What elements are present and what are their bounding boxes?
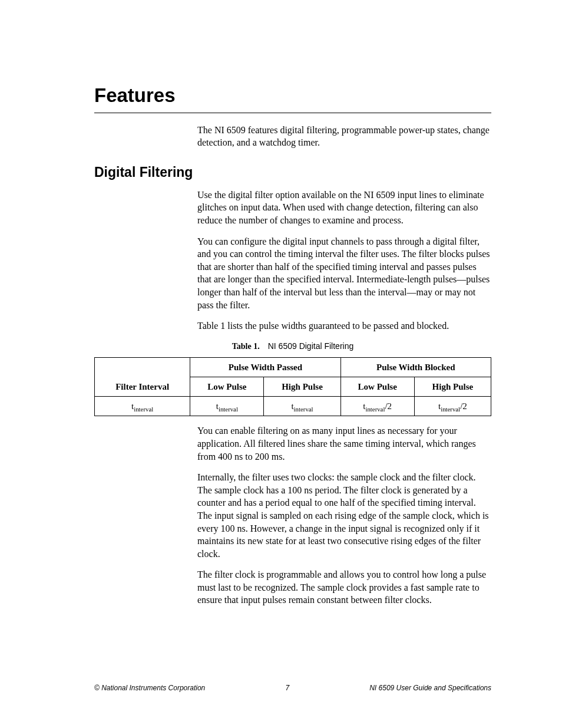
body-paragraph: You can configure the digital input chan… xyxy=(197,235,491,312)
table-caption-text: NI 6509 Digital Filtering xyxy=(268,341,354,351)
body-paragraph: The filter clock is programmable and all… xyxy=(197,568,491,607)
digital-filtering-block-2: You can enable filtering on as many inpu… xyxy=(197,424,491,607)
th-high-pulse: High Pulse xyxy=(264,377,340,396)
td-passed-low: tinterval xyxy=(190,397,264,416)
body-paragraph: Internally, the filter uses two clocks: … xyxy=(197,471,491,560)
table-header-row: Filter Interval Pulse Width Passed Pulse… xyxy=(95,357,491,377)
section-heading-digital-filtering: Digital Filtering xyxy=(94,163,491,182)
table-row: tinterval tinterval tinterval tinterval/… xyxy=(95,397,491,416)
td-passed-high: tinterval xyxy=(264,397,340,416)
digital-filtering-block: Use the digital filter option available … xyxy=(197,189,491,332)
body-paragraph: You can enable filtering on as many inpu… xyxy=(197,424,491,463)
page-heading-features: Features xyxy=(94,83,491,109)
td-filter-interval: tinterval xyxy=(95,397,190,416)
page-footer: © National Instruments Corporation 7 NI … xyxy=(94,683,491,693)
footer-page-number: 7 xyxy=(205,683,369,693)
document-page: Features The NI 6509 features digital fi… xyxy=(0,0,562,728)
body-paragraph: Use the digital filter option available … xyxy=(197,189,491,227)
th-low-pulse: Low Pulse xyxy=(340,377,414,396)
table-caption-label: Table 1. xyxy=(232,342,260,351)
th-high-pulse: High Pulse xyxy=(414,377,491,396)
th-filter-interval: Filter Interval xyxy=(95,357,190,397)
table-caption: Table 1. NI 6509 Digital Filtering xyxy=(94,341,491,353)
th-pulse-width-passed: Pulse Width Passed xyxy=(190,357,340,377)
th-low-pulse: Low Pulse xyxy=(190,377,264,396)
th-pulse-width-blocked: Pulse Width Blocked xyxy=(340,357,491,377)
body-paragraph: Table 1 lists the pulse widths guarantee… xyxy=(197,319,491,332)
digital-filtering-table: Filter Interval Pulse Width Passed Pulse… xyxy=(94,357,491,417)
footer-copyright: © National Instruments Corporation xyxy=(94,683,205,693)
intro-paragraph: The NI 6509 features digital filtering, … xyxy=(197,124,491,149)
footer-doc-title: NI 6509 User Guide and Specifications xyxy=(369,683,491,693)
td-blocked-low: tinterval/2 xyxy=(340,397,414,416)
td-blocked-high: tinterval/2 xyxy=(414,397,491,416)
heading-rule xyxy=(94,113,491,113)
intro-block: The NI 6509 features digital filtering, … xyxy=(197,124,491,149)
